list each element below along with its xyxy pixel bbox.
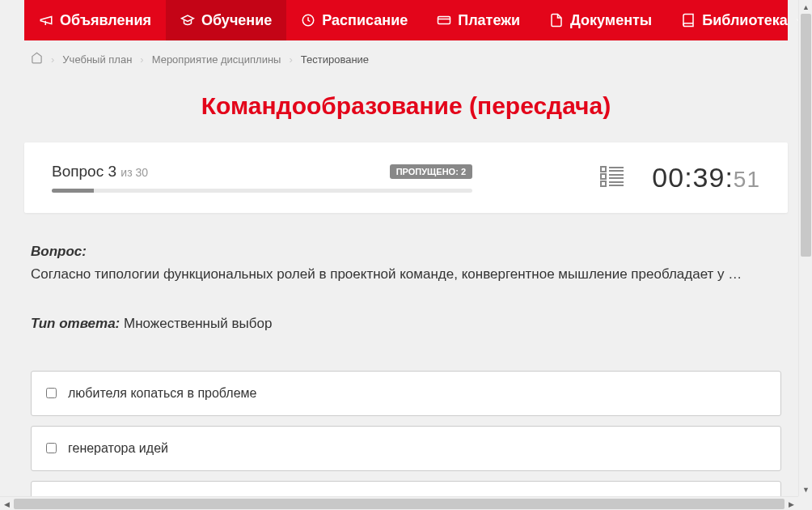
breadcrumb-link-2[interactable]: Мероприятие дисциплины (152, 53, 281, 66)
nav-label: Библиотека (702, 12, 788, 29)
nav-label: Платежи (458, 12, 520, 29)
svg-rect-2 (601, 167, 606, 172)
answer-options: любителя копаться в проблеме генератора … (31, 371, 781, 498)
breadcrumb-link-1[interactable]: Учебный план (62, 53, 132, 66)
scroll-down-icon[interactable]: ▼ (799, 482, 812, 496)
nav-label: Объявления (60, 12, 151, 29)
question-label: Вопрос: (31, 244, 87, 259)
nav-label: Обучение (201, 12, 272, 29)
nav-library[interactable]: Библиотека (666, 0, 812, 40)
breadcrumb-current: Тестирование (301, 53, 369, 66)
answer-type: Множественный выбор (124, 316, 272, 331)
answer-text: генератора идей (68, 441, 168, 456)
status-card: Вопрос 3 из 30 ПРОПУЩЕНО: 2 (24, 142, 788, 213)
nav-announcements[interactable]: Объявления (24, 0, 166, 40)
scroll-left-icon[interactable]: ◀ (0, 497, 14, 510)
megaphone-icon (39, 13, 53, 28)
vertical-scrollbar[interactable]: ▲ ▼ (798, 0, 812, 496)
scroll-up-icon[interactable]: ▲ (799, 0, 812, 14)
scroll-thumb[interactable] (14, 499, 785, 509)
chevron-right-icon: › (289, 53, 292, 66)
book-icon (681, 13, 696, 28)
file-icon (549, 13, 564, 28)
nav-documents[interactable]: Документы (535, 0, 666, 40)
breadcrumb: › Учебный план › Мероприятие дисциплины … (24, 40, 788, 78)
home-icon[interactable] (31, 52, 43, 66)
nav-label: Расписание (322, 12, 408, 29)
page-title: Командообразование (пересдача) (24, 78, 788, 142)
nav-payments[interactable]: Платежи (422, 0, 535, 40)
scroll-right-icon[interactable]: ▶ (785, 497, 798, 510)
nav-label: Документы (570, 12, 652, 29)
nav-education[interactable]: Обучение (166, 0, 286, 40)
question-text: Согласно типологии функциональных ролей … (31, 265, 781, 285)
answer-option[interactable]: генератора идей (31, 426, 781, 471)
chevron-right-icon: › (51, 53, 54, 66)
progress-fill (52, 189, 94, 193)
chevron-right-icon: › (140, 53, 143, 66)
top-nav: Объявления Обучение Расписание Платежи Д… (24, 0, 788, 40)
horizontal-scrollbar[interactable]: ◀ ▶ (0, 496, 798, 510)
answer-checkbox[interactable] (46, 443, 57, 453)
scroll-thumb[interactable] (801, 14, 811, 257)
answer-type-label: Тип ответа: (31, 316, 120, 331)
question-counter: Вопрос 3 из 30 (52, 163, 148, 181)
answer-option[interactable]: критика-скептика (31, 481, 781, 498)
progress-bar (52, 189, 472, 193)
card-icon (437, 13, 451, 28)
svg-rect-8 (601, 181, 606, 186)
skipped-badge: ПРОПУЩЕНО: 2 (390, 164, 472, 179)
gradcap-icon (180, 13, 195, 28)
nav-schedule[interactable]: Расписание (286, 0, 422, 40)
clock-icon (301, 13, 315, 28)
timer: 00:39:51 (652, 162, 760, 193)
svg-rect-5 (601, 174, 606, 179)
answer-option[interactable]: любителя копаться в проблеме (31, 371, 781, 416)
svg-rect-1 (438, 17, 450, 24)
answer-text: любителя копаться в проблеме (68, 386, 256, 401)
question-list-icon[interactable] (600, 165, 624, 191)
answer-checkbox[interactable] (46, 388, 57, 398)
